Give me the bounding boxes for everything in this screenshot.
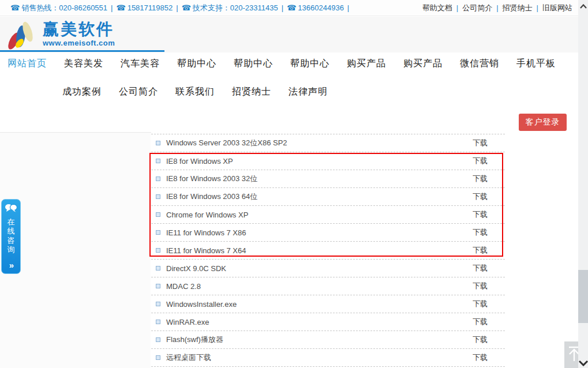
nav-item[interactable]: 招贤纳士 (232, 86, 271, 98)
download-item-name[interactable]: DirectX 9.0C SDK (166, 264, 226, 273)
chevrons-right-icon[interactable]: » (9, 260, 13, 270)
separator: | (176, 3, 178, 12)
scrollbar-thumb[interactable] (578, 270, 588, 323)
topbar-link[interactable]: 招贤纳士 (503, 3, 533, 13)
scroll-up-button[interactable] (578, 1, 588, 11)
square-bullet-icon (156, 230, 160, 235)
chevron-down-icon (579, 360, 588, 366)
topbar-phone-link[interactable]: ☎技术支持：020-23311435 (182, 3, 278, 13)
download-link[interactable]: 下载 (473, 317, 488, 327)
nav-item[interactable]: 帮助中心 (177, 58, 216, 70)
nav-item[interactable]: 帮助中心 (290, 58, 329, 70)
download-link[interactable]: 下载 (473, 138, 488, 148)
main-nav: 网站首页美容美发汽车美容帮助中心帮助中心帮助中心购买产品购买产品微信营销手机平板… (0, 53, 578, 108)
topbar-phone-link[interactable]: ☎13660244936 (287, 3, 344, 12)
square-bullet-icon (156, 320, 160, 324)
chat-label-char: 线 (8, 227, 15, 236)
separator: | (537, 3, 538, 12)
download-link[interactable]: 下载 (473, 227, 488, 238)
chat-label-char: 咨 (8, 236, 15, 245)
download-link[interactable]: 下载 (473, 174, 488, 184)
download-item-name[interactable]: WinRAR.exe (166, 318, 209, 326)
online-chat-widget[interactable]: 在线咨询 » (1, 199, 21, 274)
download-item-name[interactable]: IE11 for Windows 7 X64 (166, 246, 246, 255)
nav-row-2: 成功案例公司简介联系我们招贤纳士法律声明 (62, 86, 328, 98)
logo[interactable]: 赢美软件 www.emeisoft.com (6, 19, 115, 54)
nav-item[interactable]: 美容美发 (64, 58, 103, 70)
download-row: 远程桌面下载下载 (151, 349, 505, 367)
square-bullet-icon (156, 212, 160, 217)
download-link[interactable]: 下载 (473, 156, 488, 166)
nav-item[interactable]: 购买产品 (347, 58, 386, 70)
logo-flower-icon (6, 19, 42, 54)
customer-login-button[interactable]: 客户登录 (519, 114, 567, 131)
download-item-name[interactable]: WindowsInstaller.exe (166, 300, 237, 309)
download-link[interactable]: 下载 (473, 245, 488, 256)
download-link[interactable]: 下载 (473, 209, 488, 220)
download-row: DirectX 9.0C SDK下载 (151, 260, 505, 277)
download-row: WinRAR.exe下载 (151, 313, 505, 331)
download-item-name[interactable]: Chrome for Windows XP (166, 211, 248, 219)
phone-icon: ☎ (116, 3, 125, 12)
download-item-name[interactable]: Windows Server 2003 32位X86 SP2 (166, 138, 287, 148)
square-bullet-icon (156, 284, 160, 288)
download-link[interactable]: 下载 (473, 263, 488, 273)
separator: | (111, 3, 113, 12)
logo-url: www.emeisoft.com (43, 39, 115, 47)
download-list: Windows Server 2003 32位X86 SP2下载IE8 for … (151, 134, 505, 367)
topbar-link[interactable]: 旧版网站 (542, 3, 572, 13)
download-row: MDAC 2.8下载 (151, 277, 505, 295)
chat-label-char: 在 (8, 217, 15, 227)
download-link[interactable]: 下载 (473, 191, 488, 202)
download-link[interactable]: 下载 (473, 281, 488, 291)
nav-item[interactable]: 网站首页 (8, 58, 47, 70)
phone-icon: ☎ (287, 3, 296, 12)
nav-item[interactable]: 联系我们 (175, 86, 215, 98)
download-row: IE11 for Windows 7 X86下载 (151, 224, 505, 242)
topbar-link[interactable]: 公司简介 (462, 3, 492, 13)
nav-item[interactable]: 公司简介 (119, 86, 158, 98)
download-item-name[interactable]: IE8 for Windows 2003 64位 (166, 191, 257, 202)
nav-item[interactable]: 手机平板 (516, 58, 556, 70)
download-item-name[interactable]: IE8 for Windows XP (166, 157, 233, 166)
nav-item[interactable]: 法律声明 (289, 86, 328, 98)
phone-number-text: 13660244936 (298, 3, 344, 12)
separator: | (496, 3, 498, 12)
square-bullet-icon (156, 141, 160, 145)
download-item-name[interactable]: IE8 for Windows 2003 32位 (166, 174, 257, 184)
scroll-down-button[interactable] (578, 358, 588, 368)
nav-item[interactable]: 汽车美容 (121, 58, 160, 70)
topbar-link-list: 帮助文档|公司简介|招贤纳士|旧版网站 (422, 3, 578, 13)
nav-item[interactable]: 微信营销 (460, 58, 499, 70)
separator: | (282, 3, 283, 12)
chat-bubbles-icon (5, 204, 17, 215)
nav-item[interactable]: 购买产品 (403, 58, 443, 70)
topbar-link[interactable]: 帮助文档 (422, 3, 452, 13)
download-link[interactable]: 下载 (473, 352, 488, 363)
download-row: IE8 for Windows 2003 32位下载 (151, 170, 505, 188)
logo-text: 赢美软件 www.emeisoft.com (43, 20, 115, 47)
phone-number-text: 销售热线：020-86260551 (21, 3, 107, 13)
download-row: Chrome for Windows XP下载 (151, 206, 505, 224)
download-link[interactable]: 下载 (473, 299, 488, 309)
square-bullet-icon (156, 337, 160, 342)
phone-icon: ☎ (10, 3, 20, 12)
vertical-scrollbar[interactable] (578, 0, 588, 368)
download-row: WindowsInstaller.exe下载 (151, 295, 505, 313)
download-item-name[interactable]: Flash(swf)播放器 (166, 335, 223, 345)
topbar-phone-link[interactable]: ☎销售热线：020-86260551 (10, 3, 107, 13)
square-bullet-icon (156, 302, 160, 306)
download-item-name[interactable]: 远程桌面下载 (166, 352, 211, 363)
phone-icon: ☎ (182, 3, 191, 12)
square-bullet-icon (156, 194, 160, 199)
topbar-phone-link[interactable]: ☎15817119852 (116, 3, 173, 12)
download-link[interactable]: 下载 (473, 335, 488, 345)
download-item-name[interactable]: MDAC 2.8 (166, 282, 201, 291)
chat-label-char: 询 (8, 245, 15, 254)
nav-item[interactable]: 帮助中心 (234, 58, 273, 70)
download-row: IE11 for Windows 7 X64下载 (151, 242, 505, 260)
logo-underline (0, 50, 164, 52)
download-item-name[interactable]: IE11 for Windows 7 X86 (166, 228, 246, 237)
topbar-phone-list: ☎销售热线：020-86260551|☎15817119852|☎技术支持：02… (0, 3, 353, 13)
nav-item[interactable]: 成功案例 (62, 86, 102, 98)
